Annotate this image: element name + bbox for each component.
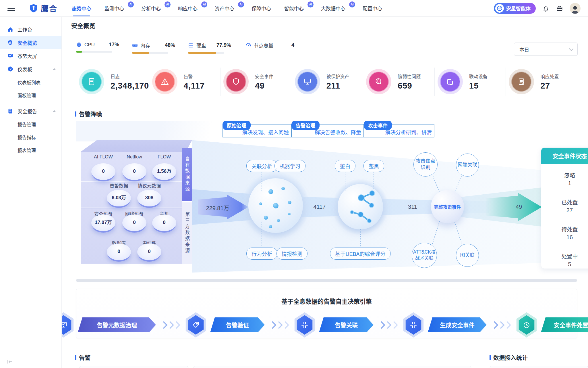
status-pending: 待处置16 bbox=[561, 225, 578, 241]
horizontal-scrollbar[interactable] bbox=[76, 279, 577, 282]
chevron-separator-icon bbox=[492, 322, 510, 328]
nav-tab-situation[interactable]: 态势中心 bbox=[72, 0, 91, 16]
card-label: 被保护资产 bbox=[326, 73, 349, 80]
source-value-disc: 0 bbox=[137, 244, 161, 260]
card-value: 49 bbox=[255, 81, 273, 91]
cpu-stat: CPU 17% bbox=[76, 42, 119, 53]
clipboard-pen-icon bbox=[511, 72, 531, 92]
chevron-separator-icon bbox=[270, 322, 288, 328]
engine-step-alert-verification: 告警验证 bbox=[210, 317, 265, 332]
section-bar bbox=[75, 355, 76, 360]
sidebar-group-security-report[interactable]: 安全报告 bbox=[0, 104, 61, 118]
source-label: 告警数据 bbox=[110, 182, 128, 189]
tag-icon bbox=[184, 312, 207, 338]
nav-tab-intelligence[interactable]: 智能中心AI bbox=[284, 0, 308, 16]
source-label: 协议元数据 bbox=[138, 182, 161, 189]
hamburger-menu-icon[interactable] bbox=[7, 6, 15, 11]
sidebar-item-dashboard-list[interactable]: 仪表板列表 bbox=[0, 76, 61, 89]
source-value-disc: 0 bbox=[122, 214, 146, 231]
sidebar-item-workbench[interactable]: 工作台 bbox=[0, 23, 61, 36]
pill-machine-learning: 机器学习 bbox=[274, 160, 305, 172]
header-actions: 安星智能体 bbox=[494, 3, 581, 14]
section-bar bbox=[75, 111, 76, 117]
card-value: 4,117 bbox=[184, 81, 205, 91]
ai-badge: AI bbox=[307, 1, 314, 7]
memory-value: 48% bbox=[165, 42, 175, 48]
card-alerts: 告警 4,117 bbox=[149, 68, 221, 96]
chevron-separator-icon bbox=[161, 322, 179, 328]
source-box-top bbox=[81, 140, 192, 152]
bell-icon[interactable] bbox=[542, 5, 550, 12]
source-label: AI FLOW bbox=[94, 154, 113, 160]
ingest-stats-section-header: 数据接入统计 bbox=[490, 353, 528, 362]
nav-tab-bigdata[interactable]: 大数据中心AI bbox=[321, 0, 349, 16]
ai-assistant-button[interactable]: 安星智能体 bbox=[494, 3, 536, 14]
memory-label: 内存 bbox=[140, 42, 150, 49]
source-value-disc: 0 bbox=[107, 244, 131, 260]
stage-desc: 解决分析研判、讲清 bbox=[385, 128, 432, 136]
card-label: 响应处置 bbox=[540, 73, 559, 80]
disk-icon bbox=[188, 43, 194, 48]
source-value-disc: 0 bbox=[152, 214, 176, 231]
gauge-icon bbox=[7, 66, 13, 72]
sidebar-group-dashboard[interactable]: 仪表板 bbox=[0, 62, 61, 76]
nav-tab-monitoring[interactable]: 监测中心AI bbox=[105, 0, 128, 16]
user-avatar[interactable] bbox=[570, 3, 581, 14]
flow-event-count: 49 bbox=[500, 204, 537, 210]
cpu-label: CPU bbox=[84, 42, 95, 48]
noise-section-header: 告警降噪 bbox=[75, 110, 102, 118]
section-bar bbox=[490, 355, 491, 360]
nodes-stat: 节点总量 4 bbox=[245, 42, 294, 49]
pill-correlation-analysis: 关联分析 bbox=[246, 160, 277, 172]
chevron-down-icon bbox=[569, 46, 574, 51]
card-logs: 日志 2,348,170 bbox=[76, 68, 149, 96]
source-value-disc: 308 bbox=[137, 190, 161, 206]
nav-tab-assets[interactable]: 资产中心AI bbox=[215, 0, 238, 16]
memory-stat: 内存 48% bbox=[132, 42, 175, 54]
memory-icon bbox=[132, 43, 138, 48]
period-select[interactable]: 本日 bbox=[514, 43, 578, 56]
alert-noise-funnel: 原始治理 解决发现、接入问题 告警治理 解决告警收敛、降量 攻击事件 解决分析研… bbox=[76, 121, 588, 283]
circle-attck: ATT&CK技战术关联 bbox=[412, 243, 437, 268]
stage-alert-governance: 告警治理 解决告警收敛、降量 bbox=[291, 124, 364, 137]
sidebar-item-report-metrics[interactable]: 报告指标 bbox=[0, 131, 61, 143]
merge-icon bbox=[402, 312, 425, 338]
nav-tab-config[interactable]: 配置中心 bbox=[363, 0, 382, 16]
ai-badge: AI bbox=[128, 1, 134, 7]
card-label: 联动设备 bbox=[469, 73, 488, 80]
page-title: 安全概览 bbox=[71, 21, 95, 30]
main-content: 安全概览 CPU 17% 内存 48% 硬盘 77.9% 节点总量 4 bbox=[62, 16, 588, 368]
source-value-disc: 0 bbox=[91, 163, 115, 180]
scoring-circle bbox=[338, 184, 383, 229]
sidebar-item-report-management[interactable]: 报告管理 bbox=[0, 118, 61, 131]
disk-progress bbox=[188, 52, 224, 54]
card-value: 211 bbox=[326, 81, 349, 91]
card-value: 2,348,170 bbox=[111, 81, 149, 91]
nodes-gauge-icon bbox=[245, 43, 251, 48]
source-value-disc: 6.03万 bbox=[107, 190, 131, 206]
disk-value: 77.9% bbox=[216, 42, 231, 48]
nav-tab-analysis[interactable]: 分析中心AI bbox=[141, 0, 165, 16]
nav-tab-assurance[interactable]: 保障中心 bbox=[252, 0, 271, 16]
engine-step-event-disposal: 安全事件处置 bbox=[541, 317, 588, 332]
home-icon bbox=[7, 26, 13, 32]
cpu-value: 17% bbox=[109, 42, 119, 48]
stage-raw-governance: 原始治理 解决发现、接入问题 bbox=[223, 124, 291, 137]
own-data-source-label: 自有数据来源 bbox=[182, 148, 192, 201]
sidebar-item-situation-screen[interactable]: 态势大屏 bbox=[0, 49, 61, 62]
nodes-label: 节点总量 bbox=[254, 42, 273, 49]
source-label: Netflow bbox=[127, 154, 142, 160]
cpu-progress bbox=[76, 51, 112, 53]
nav-tab-response[interactable]: 响应中心AI bbox=[178, 0, 202, 16]
sidebar-item-security-overview[interactable]: 安全概览 bbox=[0, 36, 61, 49]
card-linked-devices: 联动设备 15 bbox=[435, 68, 506, 96]
toolbox-icon[interactable] bbox=[556, 5, 563, 12]
cpu-icon bbox=[76, 42, 82, 48]
card-response-disposal: 响应处置 27 bbox=[506, 68, 577, 96]
disk-label: 硬盘 bbox=[196, 42, 206, 49]
app-logo[interactable]: 鹰合 bbox=[29, 3, 57, 14]
sidebar-item-report-table-management[interactable]: 报表管理 bbox=[0, 143, 61, 156]
sidebar-collapse-icon[interactable] bbox=[7, 359, 13, 364]
card-stub bbox=[193, 366, 471, 368]
sidebar-item-panel-management[interactable]: 面板管理 bbox=[0, 89, 61, 101]
